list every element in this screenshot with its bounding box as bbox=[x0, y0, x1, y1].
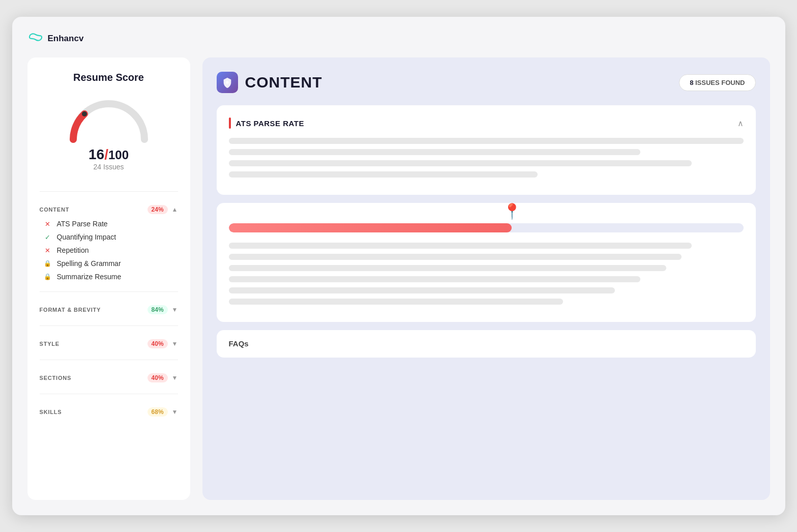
skeleton-line bbox=[229, 149, 641, 155]
svg-point-0 bbox=[82, 111, 87, 116]
category-content-badge: 24% bbox=[147, 205, 168, 214]
chevron-up-icon: ▲ bbox=[172, 206, 178, 213]
sub-item-repetition-label: Repetition bbox=[57, 246, 89, 254]
check-icon: ✓ bbox=[44, 233, 52, 241]
category-style-label: STYLE bbox=[40, 341, 60, 347]
skeleton-line bbox=[229, 276, 641, 282]
category-skills-badge: 68% bbox=[147, 407, 168, 417]
x-icon: ✕ bbox=[44, 220, 52, 228]
skeleton-line bbox=[229, 160, 692, 166]
content-title: CONTENT bbox=[245, 74, 322, 91]
sub-item-ats-label: ATS Parse Rate bbox=[57, 220, 108, 228]
category-sections-label: SECTIONS bbox=[40, 375, 72, 381]
left-panel: Resume Score 16/100 24 Issues bbox=[27, 57, 190, 500]
right-panel: CONTENT 8 ISSUES FOUND ATS PARSE RATE ∧ bbox=[202, 57, 770, 500]
sub-item-quantify[interactable]: ✓ Quantifying Impact bbox=[44, 230, 178, 244]
lock-icon-2: 🔒 bbox=[44, 273, 52, 280]
category-sections[interactable]: SECTIONS 40% ▼ bbox=[40, 368, 178, 386]
category-sections-badge: 40% bbox=[147, 373, 168, 382]
skeleton-line bbox=[229, 171, 538, 178]
score-display: 16/100 bbox=[88, 146, 129, 163]
content-section-icon bbox=[217, 72, 238, 93]
chevron-down-icon: ▼ bbox=[172, 306, 178, 313]
chevron-down-icon-3: ▼ bbox=[172, 374, 178, 381]
progress-card: 📍 bbox=[217, 203, 756, 322]
issues-count: 24 Issues bbox=[94, 163, 124, 171]
faqs-card[interactable]: FAQs bbox=[217, 330, 756, 358]
skeleton-line bbox=[229, 243, 692, 249]
post-skeleton-container bbox=[229, 243, 744, 305]
ats-skeleton-card: ATS PARSE RATE ∧ bbox=[217, 105, 756, 195]
faqs-label: FAQs bbox=[229, 339, 249, 348]
chevron-down-icon-4: ▼ bbox=[172, 408, 178, 416]
svg-point-1 bbox=[226, 81, 229, 84]
skeleton-line bbox=[229, 287, 615, 293]
skeleton-line bbox=[229, 265, 666, 271]
progress-bar-fill bbox=[229, 223, 512, 232]
skeleton-line bbox=[229, 254, 682, 260]
skeleton-line bbox=[229, 138, 744, 144]
main-layout: Resume Score 16/100 24 Issues bbox=[27, 57, 770, 500]
sub-item-summarize[interactable]: 🔒 Summarize Resume bbox=[44, 270, 178, 283]
category-format[interactable]: FORMAT & BREVITY 84% ▼ bbox=[40, 300, 178, 317]
progress-bar-bg bbox=[229, 223, 744, 232]
ats-chevron-icon[interactable]: ∧ bbox=[737, 119, 744, 128]
sub-item-spelling-label: Spelling & Grammar bbox=[57, 259, 121, 268]
category-format-badge: 84% bbox=[147, 305, 168, 314]
lock-icon: 🔒 bbox=[44, 260, 52, 267]
category-skills[interactable]: SKILLS 68% ▼ bbox=[40, 402, 178, 420]
sub-item-spelling[interactable]: 🔒 Spelling & Grammar bbox=[44, 257, 178, 270]
app-container: Enhancv Resume Score 16/100 24 Issues bbox=[12, 17, 785, 515]
pin-wrapper: 📍 bbox=[503, 204, 521, 219]
gauge-container: 16/100 24 Issues bbox=[40, 94, 178, 183]
issues-found-badge: 8 ISSUES FOUND bbox=[679, 74, 755, 91]
category-content[interactable]: CONTENT 24% ▲ bbox=[40, 200, 178, 217]
category-format-label: FORMAT & BREVITY bbox=[40, 307, 101, 313]
sub-item-repetition[interactable]: ✕ Repetition bbox=[44, 244, 178, 257]
card-accent-bar bbox=[229, 117, 231, 129]
resume-score-title: Resume Score bbox=[40, 72, 178, 83]
enhancv-logo-icon bbox=[27, 32, 44, 45]
ats-card-title: ATS PARSE RATE bbox=[236, 119, 305, 128]
category-content-label: CONTENT bbox=[40, 206, 70, 213]
category-skills-label: SKILLS bbox=[40, 409, 62, 415]
sub-item-summarize-label: Summarize Resume bbox=[57, 273, 122, 281]
chevron-down-icon-2: ▼ bbox=[172, 340, 178, 347]
logo-text: Enhancv bbox=[48, 34, 84, 44]
pin-icon: 📍 bbox=[503, 204, 521, 219]
skeleton-line bbox=[229, 299, 564, 305]
logo-area: Enhancv bbox=[27, 32, 770, 45]
sub-item-quantify-label: Quantifying Impact bbox=[57, 233, 116, 241]
progress-wrapper: 📍 bbox=[229, 223, 744, 232]
score-gauge bbox=[63, 94, 155, 144]
content-title-group: CONTENT bbox=[217, 72, 322, 93]
ats-card-header: ATS PARSE RATE ∧ bbox=[229, 117, 744, 129]
category-style-badge: 40% bbox=[147, 339, 168, 348]
category-style[interactable]: STYLE 40% ▼ bbox=[40, 334, 178, 351]
content-sub-items: ✕ ATS Parse Rate ✓ Quantifying Impact ✕ … bbox=[40, 217, 178, 283]
content-header: CONTENT 8 ISSUES FOUND bbox=[217, 72, 756, 93]
sub-item-ats[interactable]: ✕ ATS Parse Rate bbox=[44, 217, 178, 230]
x-icon-2: ✕ bbox=[44, 247, 52, 254]
categories-list: CONTENT 24% ▲ ✕ ATS Parse Rate ✓ Quantif… bbox=[40, 200, 178, 420]
